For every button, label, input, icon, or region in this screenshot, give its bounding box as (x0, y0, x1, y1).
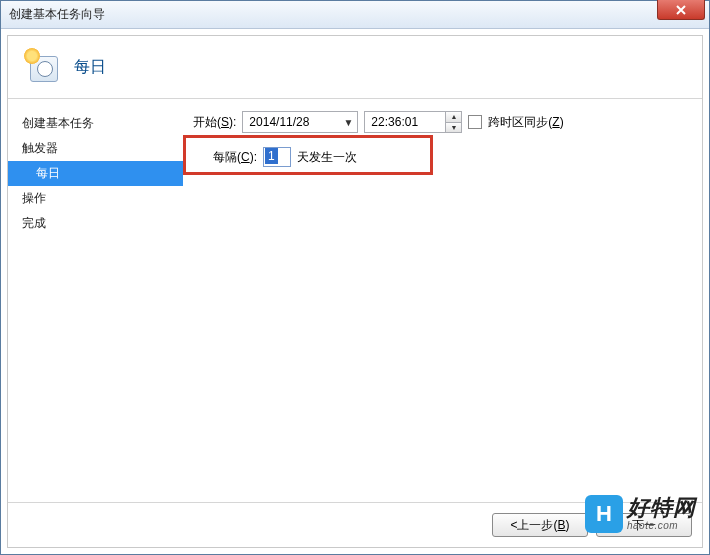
start-row: 开始(S): 2014/11/28 ▼ 22:36:01 ▲ ▼ (193, 111, 692, 133)
back-button[interactable]: <上一步(B) (492, 513, 588, 537)
sidebar-item-4[interactable]: 完成 (8, 211, 183, 236)
start-time-value: 22:36:01 (371, 115, 418, 129)
start-date-field[interactable]: 2014/11/28 ▼ (242, 111, 358, 133)
start-label: 开始(S): (193, 114, 236, 131)
sidebar-item-2[interactable]: 每日 (8, 161, 183, 186)
header-task-icon (26, 50, 60, 84)
wizard-header: 每日 (8, 36, 702, 99)
sidebar-item-0[interactable]: 创建基本任务 (8, 111, 183, 136)
sidebar-item-label: 触发器 (22, 141, 58, 155)
close-icon (676, 5, 686, 15)
close-button[interactable] (657, 0, 705, 20)
sidebar-item-label: 操作 (22, 191, 46, 205)
timezone-sync-label: 跨时区同步(Z) (488, 114, 563, 131)
spinner-down-icon[interactable]: ▼ (446, 123, 461, 133)
sidebar-item-label: 每日 (36, 166, 60, 180)
wizard-panel: 每日 创建基本任务触发器每日操作完成 开始(S): 2014/11/28 ▼ 2… (7, 35, 703, 548)
main-pane: 开始(S): 2014/11/28 ▼ 22:36:01 ▲ ▼ (183, 99, 702, 502)
start-date-value: 2014/11/28 (249, 115, 309, 129)
next-button[interactable]: 下一 (596, 513, 692, 537)
timezone-sync-checkbox[interactable] (468, 115, 482, 129)
window-title: 创建基本任务向导 (9, 6, 105, 23)
recur-label: 每隔(C): (213, 149, 257, 166)
recur-row: 每隔(C): 1 天发生一次 (213, 147, 692, 167)
page-title: 每日 (74, 57, 106, 78)
wizard-body: 创建基本任务触发器每日操作完成 开始(S): 2014/11/28 ▼ 22:3… (8, 99, 702, 502)
sidebar-item-3[interactable]: 操作 (8, 186, 183, 211)
start-time-field[interactable]: 22:36:01 ▲ ▼ (364, 111, 462, 133)
chevron-down-icon: ▼ (343, 117, 353, 128)
recur-days-value: 1 (265, 148, 278, 164)
sidebar: 创建基本任务触发器每日操作完成 (8, 99, 183, 502)
time-spinner[interactable]: ▲ ▼ (445, 112, 461, 132)
client-area: 每日 创建基本任务触发器每日操作完成 开始(S): 2014/11/28 ▼ 2… (1, 29, 709, 554)
recur-days-input[interactable]: 1 (263, 147, 291, 167)
spinner-up-icon[interactable]: ▲ (446, 112, 461, 123)
dialog-window: 创建基本任务向导 每日 创建基本任务触发器每日操作完成 开始(S): (0, 0, 710, 555)
titlebar: 创建基本任务向导 (1, 1, 709, 29)
sidebar-item-label: 完成 (22, 216, 46, 230)
wizard-footer: <上一步(B) 下一 (8, 502, 702, 547)
sidebar-item-1[interactable]: 触发器 (8, 136, 183, 161)
sidebar-item-label: 创建基本任务 (22, 116, 94, 130)
recur-suffix-label: 天发生一次 (297, 149, 357, 166)
